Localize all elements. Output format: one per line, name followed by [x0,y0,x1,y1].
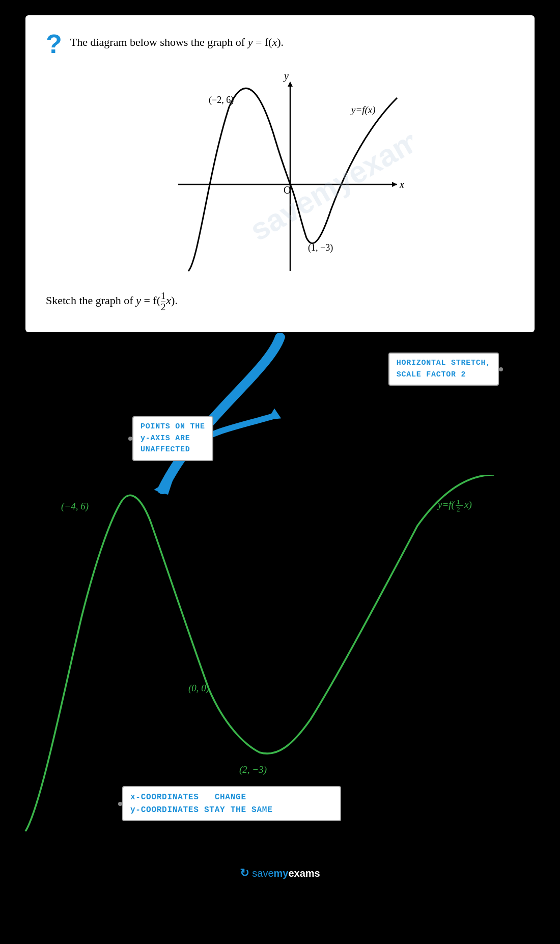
footer: ↻ savemyexams [240,867,320,880]
svg-marker-1 [392,182,397,187]
svg-text:y=f(: y=f( [437,499,456,510]
horiz-stretch-annotation: HORIZONTAL STRETCH, SCALE FACTOR 2 [388,353,499,386]
question-mark-icon: ? [46,31,62,57]
original-graph-container: O x y y=f(x) (−2, 6) (1, −3) savemyexams [46,67,514,281]
svg-text:(1, −3): (1, −3) [308,242,333,253]
svg-marker-3 [288,82,293,87]
svg-text:y: y [283,70,289,82]
question-intro: The diagram below shows the graph of [70,36,248,48]
svg-text:(−4, 6): (−4, 6) [61,501,89,512]
svg-text:savemyexams: savemyexams [244,114,412,248]
question-card: ? The diagram below shows the graph of y… [25,15,535,332]
points-axis-annotation: POINTS ON THE y-AXIS ARE UNAFFECTED [132,416,213,461]
original-graph-svg: O x y y=f(x) (−2, 6) (1, −3) savemyexams [148,67,412,281]
svg-text:1: 1 [457,498,460,505]
svg-text:(0, 0): (0, 0) [188,683,209,694]
svg-marker-12 [268,409,281,420]
horiz-stretch-text: HORIZONTAL STRETCH, SCALE FACTOR 2 [397,359,491,379]
function-notation: y = f(x). [248,36,284,48]
footer-logo-icon: ↻ [240,867,249,880]
green-graph-container: (−4, 6) (0, 0) (2, −3) y=f( 1 2 x) [0,475,560,831]
sketch-instruction: Sketch the graph of y = f(12x). [46,291,514,312]
footer-brand-text: savemyexams [252,868,320,879]
answer-section: HORIZONTAL STRETCH, SCALE FACTOR 2 POINT… [0,332,560,893]
footer-exams: exams [288,868,320,879]
footer-save: save [252,868,273,879]
coords-change-text: x-COORDINATES CHANGE y-COORDINATES STAY … [130,793,273,815]
svg-text:x): x) [464,499,472,510]
svg-text:(−2, 6): (−2, 6) [209,95,234,105]
points-axis-text: POINTS ON THE y-AXIS ARE UNAFFECTED [141,422,205,454]
footer-my: my [274,868,289,879]
question-header: ? The diagram below shows the graph of y… [46,31,514,57]
sketch-text-label: Sketch the graph of [46,294,136,307]
svg-text:y=f(x): y=f(x) [350,104,376,116]
coords-change-annotation: x-COORDINATES CHANGE y-COORDINATES STAY … [122,786,341,821]
svg-text:x: x [399,179,404,190]
transformed-graph-svg: (−4, 6) (0, 0) (2, −3) y=f( 1 2 x) [0,475,509,831]
svg-text:2: 2 [457,505,460,513]
svg-text:(2, −3): (2, −3) [239,764,267,775]
question-text: The diagram below shows the graph of y =… [70,31,284,50]
